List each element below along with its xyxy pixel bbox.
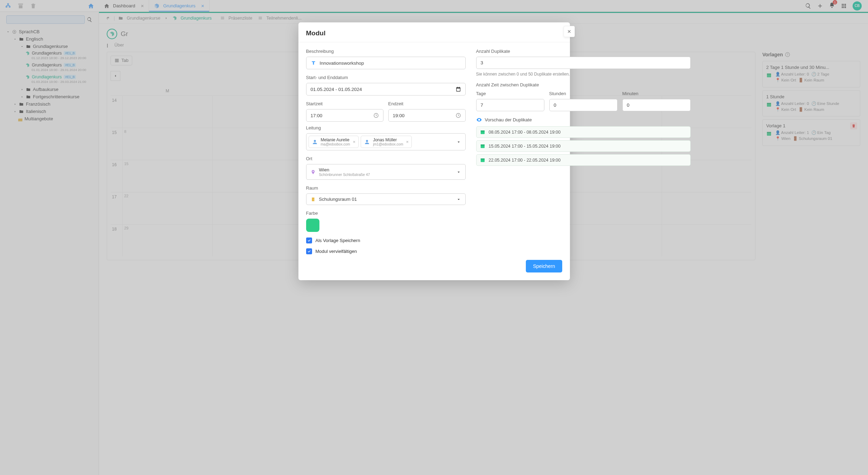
- preview-item: 22.05.2024 17:00 - 22.05.2024 19:00: [476, 154, 691, 166]
- raum-select[interactable]: Schulungsraum 01: [306, 193, 466, 205]
- ort-select[interactable]: Wien Schönbrunner Schloßstraße 47: [306, 164, 466, 180]
- modal-overlay: Modul Beschreibung Start- und Enddatum: [0, 0, 868, 475]
- field-label: Stunden: [549, 91, 618, 96]
- remove-chip[interactable]: ×: [353, 139, 356, 144]
- modal-title: Modul: [306, 29, 562, 37]
- door-icon: [311, 197, 316, 202]
- calendar-icon: [480, 143, 485, 149]
- calendar-icon: [480, 157, 485, 163]
- field-label: Anzahl Duplikate: [476, 49, 691, 54]
- field-label: Tage: [476, 91, 544, 96]
- clock-icon[interactable]: [373, 113, 379, 118]
- field-label: Leitung: [306, 125, 466, 130]
- field-label: Raum: [306, 185, 466, 191]
- calendar-icon: [480, 129, 485, 135]
- field-label: Endzeit: [388, 101, 466, 106]
- preview-heading: Vorschau der Duplikate: [476, 117, 691, 123]
- anzahl-input[interactable]: [476, 57, 691, 69]
- hint-text: Sie können zwischen 0 und 50 Duplikate e…: [476, 72, 691, 77]
- field-label: Beschreibung: [306, 49, 466, 54]
- field-label: Minuten: [622, 91, 691, 96]
- modal: Modul Beschreibung Start- und Enddatum: [298, 22, 570, 280]
- person-icon: [312, 139, 318, 145]
- eye-icon: [476, 117, 482, 123]
- save-button[interactable]: Speichern: [526, 260, 562, 272]
- person-icon: [364, 139, 370, 145]
- endzeit-input[interactable]: [388, 109, 466, 122]
- preview-item: 15.05.2024 17:00 - 15.05.2024 19:00: [476, 140, 691, 152]
- field-label: Anzahl Zeit zwischen Duplikate: [476, 82, 691, 87]
- save-as-template-checkbox[interactable]: Als Vorlage Speichern: [306, 237, 466, 243]
- person-chip: Jonas Müllerjm1@edoobox.com×: [361, 136, 412, 148]
- remove-chip[interactable]: ×: [406, 139, 409, 144]
- field-label: Farbe: [306, 211, 466, 216]
- duplicate-module-checkbox[interactable]: Modul vervielfältigen: [306, 248, 466, 254]
- startzeit-input[interactable]: [306, 109, 383, 122]
- datum-input[interactable]: [306, 83, 466, 95]
- chevron-down-icon[interactable]: [456, 140, 461, 144]
- beschreibung-input[interactable]: [306, 57, 466, 69]
- clock-icon[interactable]: [456, 113, 461, 118]
- modal-close-button[interactable]: [564, 26, 575, 37]
- chevron-down-icon[interactable]: [456, 170, 461, 175]
- leitung-select[interactable]: Melanie Aureliema@edoobox.com×Jonas Müll…: [306, 133, 466, 150]
- tage-input[interactable]: [476, 99, 544, 111]
- stunden-input[interactable]: [549, 99, 618, 111]
- field-label: Ort: [306, 156, 466, 161]
- person-chip: Melanie Aureliema@edoobox.com×: [309, 136, 359, 148]
- chevron-down-icon[interactable]: [456, 197, 461, 202]
- color-picker[interactable]: [306, 219, 319, 232]
- pin-icon: [311, 170, 316, 175]
- text-icon: [311, 60, 316, 66]
- field-label: Startzeit: [306, 101, 383, 106]
- minuten-input[interactable]: [622, 99, 691, 111]
- calendar-icon[interactable]: [456, 86, 461, 92]
- preview-item: 08.05.2024 17:00 - 08.05.2024 19:00: [476, 126, 691, 138]
- field-label: Start- und Enddatum: [306, 75, 466, 80]
